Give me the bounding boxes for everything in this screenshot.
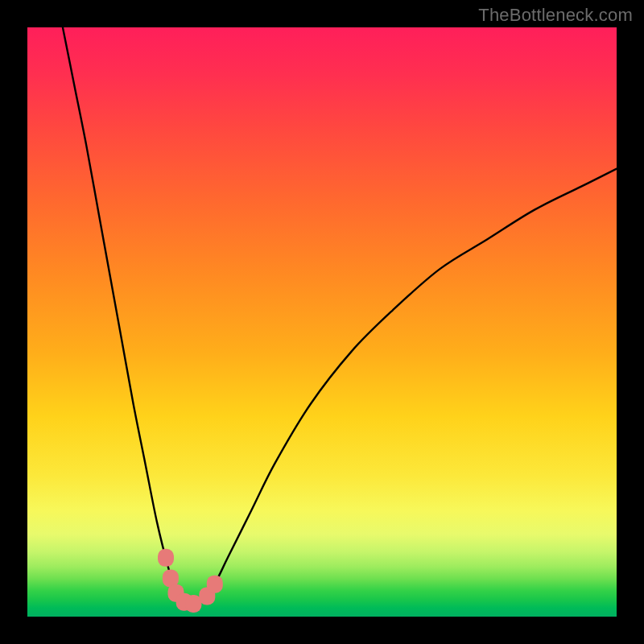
plot-area xyxy=(27,27,617,617)
bottleneck-curve-svg xyxy=(27,27,617,617)
bottleneck-curve xyxy=(63,27,617,605)
chart-frame: TheBottleneck.com xyxy=(0,0,644,644)
curve-markers xyxy=(158,549,223,613)
curve-marker xyxy=(158,549,174,567)
watermark-text: TheBottleneck.com xyxy=(478,5,633,26)
curve-marker xyxy=(207,576,223,593)
